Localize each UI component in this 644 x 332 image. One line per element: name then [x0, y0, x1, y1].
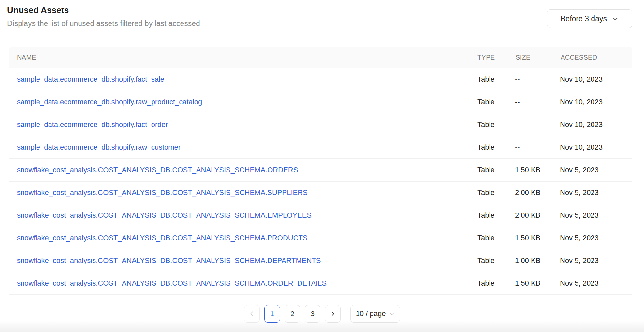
type-cell: Table — [472, 211, 510, 219]
filter-dropdown-value: Before 3 days — [561, 14, 607, 23]
type-cell: Table — [472, 189, 510, 197]
asset-link[interactable]: snowflake_cost_analysis.COST_ANALYSIS_DB… — [17, 234, 308, 242]
prev-page-button[interactable] — [244, 305, 260, 323]
chevron-down-icon — [389, 311, 394, 316]
asset-link[interactable]: snowflake_cost_analysis.COST_ANALYSIS_DB… — [17, 256, 321, 264]
page-size-value: 10 / page — [356, 309, 386, 318]
column-header-accessed: ACCESSED — [555, 54, 632, 61]
accessed-cell: Nov 5, 2023 — [555, 234, 632, 242]
type-cell: Table — [472, 98, 510, 106]
pagination: 1 2 3 10 / page — [0, 305, 644, 323]
asset-link[interactable]: sample_data.ecommerce_db.shopify.fact_or… — [17, 120, 168, 128]
table-row: sample_data.ecommerce_db.shopify.raw_pro… — [9, 91, 632, 114]
table-row: snowflake_cost_analysis.COST_ANALYSIS_DB… — [9, 182, 632, 204]
table-row: snowflake_cost_analysis.COST_ANALYSIS_DB… — [9, 272, 632, 295]
unused-assets-table: NAME TYPE SIZE ACCESSED sample_data.ecom… — [9, 47, 632, 295]
table-row: sample_data.ecommerce_db.shopify.fact_sa… — [9, 68, 632, 91]
accessed-cell: Nov 5, 2023 — [555, 211, 632, 219]
asset-link[interactable]: sample_data.ecommerce_db.shopify.fact_sa… — [17, 75, 164, 83]
page-size-select[interactable]: 10 / page — [350, 305, 400, 323]
scrollbar-track-edge — [642, 0, 642, 332]
size-cell: -- — [510, 120, 555, 129]
asset-link[interactable]: sample_data.ecommerce_db.shopify.raw_pro… — [17, 98, 202, 106]
table-row: snowflake_cost_analysis.COST_ANALYSIS_DB… — [9, 204, 632, 227]
accessed-cell: Nov 10, 2023 — [555, 120, 632, 129]
accessed-cell: Nov 5, 2023 — [555, 166, 632, 174]
asset-link[interactable]: sample_data.ecommerce_db.shopify.raw_cus… — [17, 143, 181, 151]
table-row: sample_data.ecommerce_db.shopify.fact_or… — [9, 113, 632, 136]
accessed-cell: Nov 10, 2023 — [555, 143, 632, 152]
size-cell: -- — [510, 98, 555, 106]
asset-link[interactable]: snowflake_cost_analysis.COST_ANALYSIS_DB… — [17, 189, 308, 197]
page-button-1[interactable]: 1 — [264, 305, 280, 323]
column-header-type: TYPE — [472, 54, 510, 61]
accessed-cell: Nov 5, 2023 — [555, 279, 632, 288]
chevron-left-icon — [249, 311, 255, 317]
next-page-button[interactable] — [325, 305, 341, 323]
column-header-name: NAME — [9, 54, 472, 61]
column-header-size: SIZE — [510, 54, 555, 61]
size-cell: 2.00 KB — [510, 211, 555, 219]
chevron-right-icon — [330, 311, 336, 317]
size-cell: -- — [510, 75, 555, 83]
type-cell: Table — [472, 143, 510, 152]
type-cell: Table — [472, 256, 510, 265]
table-row: sample_data.ecommerce_db.shopify.raw_cus… — [9, 136, 632, 159]
accessed-cell: Nov 10, 2023 — [555, 75, 632, 83]
page-subtitle: Displays the list of unused assets filte… — [7, 19, 200, 28]
type-cell: Table — [472, 234, 510, 242]
accessed-cell: Nov 5, 2023 — [555, 189, 632, 197]
type-cell: Table — [472, 279, 510, 288]
size-cell: 1.50 KB — [510, 234, 555, 242]
table-row: snowflake_cost_analysis.COST_ANALYSIS_DB… — [9, 159, 632, 182]
size-cell: 1.50 KB — [510, 166, 555, 174]
table-row: snowflake_cost_analysis.COST_ANALYSIS_DB… — [9, 227, 632, 250]
table-body: sample_data.ecommerce_db.shopify.fact_sa… — [9, 68, 632, 295]
table-header-row: NAME TYPE SIZE ACCESSED — [9, 47, 632, 68]
last-accessed-filter-dropdown[interactable]: Before 3 days — [547, 9, 632, 28]
size-cell: -- — [510, 143, 555, 152]
asset-link[interactable]: snowflake_cost_analysis.COST_ANALYSIS_DB… — [17, 279, 327, 287]
size-cell: 1.00 KB — [510, 256, 555, 265]
page-header: Unused Assets Displays the list of unuse… — [7, 5, 200, 28]
page-button-3[interactable]: 3 — [305, 305, 320, 323]
table-row: snowflake_cost_analysis.COST_ANALYSIS_DB… — [9, 249, 632, 272]
accessed-cell: Nov 10, 2023 — [555, 98, 632, 106]
size-cell: 2.00 KB — [510, 189, 555, 197]
size-cell: 1.50 KB — [510, 279, 555, 288]
accessed-cell: Nov 5, 2023 — [555, 256, 632, 265]
type-cell: Table — [472, 120, 510, 129]
page-title: Unused Assets — [7, 5, 200, 15]
type-cell: Table — [472, 75, 510, 83]
chevron-down-icon — [612, 16, 619, 22]
type-cell: Table — [472, 166, 510, 174]
page-button-2[interactable]: 2 — [285, 305, 300, 323]
asset-link[interactable]: snowflake_cost_analysis.COST_ANALYSIS_DB… — [17, 166, 298, 174]
asset-link[interactable]: snowflake_cost_analysis.COST_ANALYSIS_DB… — [17, 211, 312, 219]
